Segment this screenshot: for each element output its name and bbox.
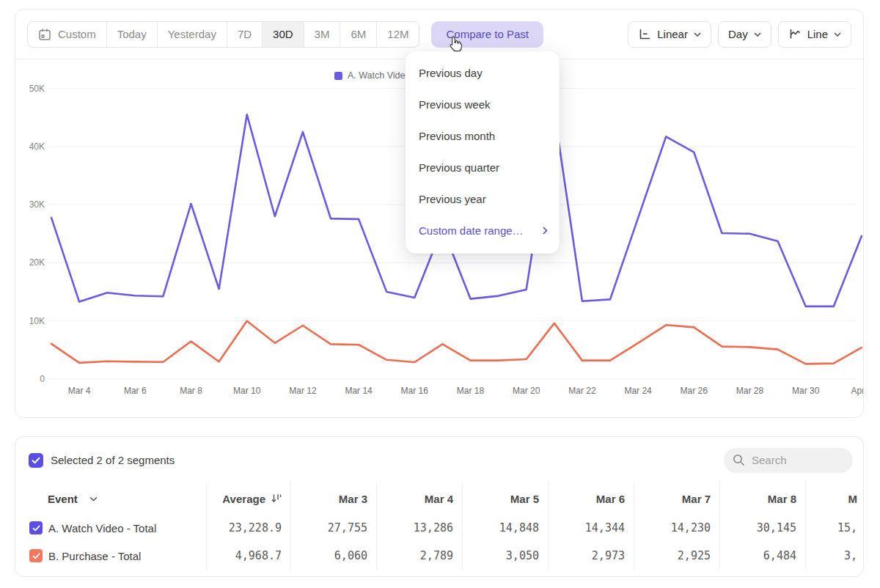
range-button-custom[interactable]: Custom — [28, 22, 106, 47]
svg-text:50K: 50K — [29, 84, 45, 94]
row-checkbox-watch-video[interactable] — [29, 521, 43, 534]
menu-item-previous-quarter[interactable]: Previous quarter — [406, 152, 560, 183]
svg-text:Mar 18: Mar 18 — [457, 386, 485, 396]
column-header-mar4[interactable]: Mar 4 — [376, 483, 462, 514]
chart-type-dropdown-label: Line — [807, 28, 828, 40]
table-row: A. Watch Video - Total — [15, 514, 206, 542]
hand-cursor-icon — [447, 36, 464, 55]
cell-mar3: 6,060 — [290, 542, 376, 570]
column-header-mar7[interactable]: Mar 7 — [634, 483, 719, 514]
svg-text:Mar 4: Mar 4 — [68, 386, 91, 396]
selected-segments: Selected 2 of 2 segments — [29, 453, 175, 468]
cell-mar5: 14,848 — [462, 514, 548, 542]
search-icon — [733, 454, 745, 466]
cell-average: 23,228.9 — [206, 514, 290, 542]
compare-to-past-menu: Previous day Previous week Previous mont… — [406, 51, 560, 254]
range-button-30d[interactable]: 30D — [262, 22, 304, 47]
svg-text:20K: 20K — [29, 257, 45, 268]
svg-text:Apr 1: Apr 1 — [851, 386, 863, 396]
range-button-label: Today — [117, 28, 147, 40]
chevron-down-icon — [754, 32, 761, 37]
sort-descending-icon — [271, 493, 282, 504]
cell-average: 4,968.7 — [206, 542, 290, 570]
svg-text:Mar 30: Mar 30 — [792, 386, 820, 396]
cell-mar7: 14,230 — [634, 514, 719, 542]
menu-item-previous-year[interactable]: Previous year — [406, 183, 560, 215]
column-header-mar5[interactable]: Mar 5 — [462, 483, 548, 514]
cell-clipped: 3, — [805, 542, 863, 570]
segments-table: Event Average Mar 3 Mar 4 Mar 5 Mar 6 Ma… — [15, 483, 863, 570]
cell-mar3: 27,755 — [290, 514, 376, 542]
table-card-header: Selected 2 of 2 segments — [15, 437, 863, 483]
range-button-3m[interactable]: 3M — [304, 22, 340, 47]
cell-clipped: 15, — [805, 514, 863, 542]
chart-type-dropdown-button[interactable]: Line — [778, 21, 851, 48]
column-header-mar3[interactable]: Mar 3 — [290, 483, 376, 514]
cell-mar7: 2,925 — [634, 542, 719, 570]
column-header-clipped[interactable]: M — [805, 483, 863, 514]
range-button-today[interactable]: Today — [106, 22, 157, 47]
range-button-label: 6M — [351, 28, 366, 40]
column-header-average[interactable]: Average — [206, 483, 290, 514]
interval-dropdown-button[interactable]: Day — [718, 21, 771, 48]
svg-text:0: 0 — [40, 374, 45, 384]
column-header-mar8[interactable]: Mar 8 — [719, 483, 805, 514]
chevron-right-icon — [543, 227, 548, 235]
svg-text:Mar 24: Mar 24 — [624, 386, 652, 396]
row-label: B. Purchase - Total — [48, 550, 141, 562]
chevron-down-icon — [89, 496, 98, 501]
check-icon — [32, 457, 40, 464]
scale-dropdown-button[interactable]: Linear — [628, 21, 711, 48]
row-checkbox-purchase[interactable] — [29, 549, 43, 562]
range-button-7d[interactable]: 7D — [227, 22, 262, 47]
svg-text:Mar 28: Mar 28 — [736, 386, 764, 396]
svg-text:Mar 20: Mar 20 — [513, 386, 540, 396]
svg-text:Mar 8: Mar 8 — [180, 386, 202, 396]
range-button-label: 30D — [273, 28, 293, 40]
column-header-event[interactable]: Event — [15, 483, 206, 514]
range-button-label: 12M — [387, 28, 408, 40]
linear-axis-icon — [638, 28, 651, 40]
menu-item-previous-day[interactable]: Previous day — [406, 57, 560, 89]
svg-text:Mar 6: Mar 6 — [124, 386, 147, 396]
cell-mar6: 2,973 — [548, 542, 634, 570]
range-button-label: 7D — [238, 28, 252, 40]
calendar-icon — [38, 28, 51, 41]
column-header-mar6[interactable]: Mar 6 — [548, 483, 634, 514]
range-button-yesterday[interactable]: Yesterday — [157, 22, 227, 47]
svg-text:Mar 14: Mar 14 — [345, 386, 373, 396]
selected-segments-label: Selected 2 of 2 segments — [51, 454, 175, 466]
check-icon — [32, 553, 40, 559]
menu-item-previous-week[interactable]: Previous week — [406, 89, 560, 120]
range-button-label: Custom — [58, 28, 96, 40]
line-chart-icon — [788, 28, 802, 40]
check-icon — [32, 525, 40, 532]
segments-table-card: Selected 2 of 2 segments Event Average M… — [15, 436, 864, 577]
scale-dropdown-label: Linear — [657, 28, 688, 40]
chevron-down-icon — [694, 32, 701, 37]
interval-dropdown-label: Day — [728, 28, 748, 40]
legend-swatch — [334, 72, 342, 80]
menu-item-custom-date-range[interactable]: Custom date range… — [406, 215, 560, 246]
column-header-label: Average — [222, 493, 265, 505]
svg-text:Mar 16: Mar 16 — [401, 386, 429, 396]
svg-text:30K: 30K — [29, 199, 45, 210]
table-row: B. Purchase - Total — [15, 542, 206, 570]
date-range-segmented-control: Custom Today Yesterday 7D 30D 3M 6M 12M — [27, 21, 419, 48]
svg-text:Mar 26: Mar 26 — [681, 386, 708, 396]
menu-item-previous-month[interactable]: Previous month — [406, 120, 560, 152]
svg-text:Mar 10: Mar 10 — [233, 386, 261, 396]
range-button-6m[interactable]: 6M — [340, 22, 376, 47]
cell-mar8: 6,484 — [719, 542, 805, 570]
cell-mar8: 30,145 — [719, 514, 805, 542]
menu-item-label: Custom date range… — [419, 224, 524, 237]
range-button-12m[interactable]: 12M — [376, 22, 419, 47]
search-input[interactable] — [752, 454, 840, 466]
chevron-down-icon — [834, 32, 841, 37]
cell-mar4: 13,286 — [376, 514, 462, 542]
select-all-checkbox[interactable] — [29, 453, 43, 468]
cell-mar6: 14,344 — [548, 514, 634, 542]
row-label: A. Watch Video - Total — [48, 522, 156, 534]
svg-text:10K: 10K — [29, 316, 45, 326]
search-box[interactable] — [724, 448, 853, 473]
